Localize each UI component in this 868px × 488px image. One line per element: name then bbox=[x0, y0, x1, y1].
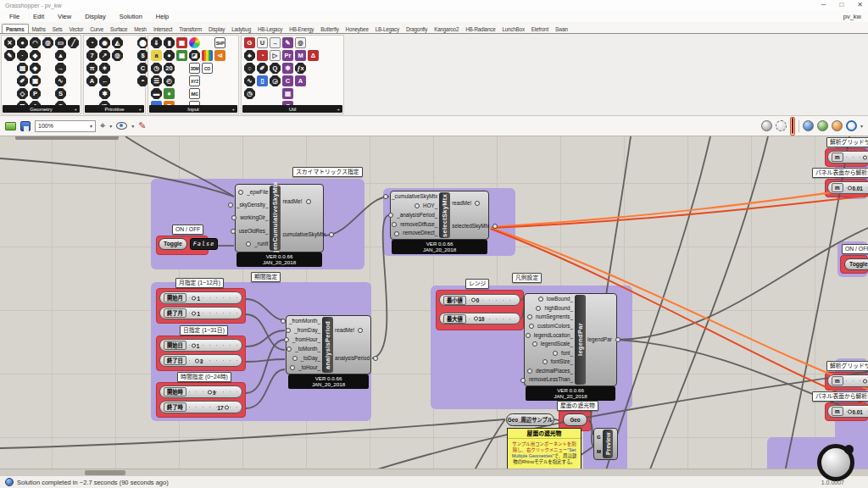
save-file-icon[interactable] bbox=[20, 121, 31, 131]
input-_skyDensity_[interactable]: _skyDensity_ bbox=[236, 202, 268, 208]
star-icon[interactable]: ✶ bbox=[99, 63, 110, 74]
relay-icon[interactable]: → bbox=[270, 37, 281, 48]
earth-icon[interactable]: ● bbox=[164, 88, 175, 99]
input-_toHour_[interactable]: _toHour_ bbox=[298, 365, 320, 370]
color-wheel-icon[interactable] bbox=[189, 37, 200, 48]
input-useOldRes_[interactable]: useOldRes_ bbox=[239, 229, 269, 234]
chevron-down-icon[interactable]: ▾ bbox=[131, 123, 134, 129]
input-removeDiffuse_[interactable]: removeDiffuse_ bbox=[400, 222, 437, 227]
input-geometry[interactable]: G bbox=[597, 435, 601, 440]
point-icon[interactable]: · bbox=[17, 50, 28, 61]
tab-display[interactable]: Display bbox=[205, 25, 228, 33]
window-controls[interactable]: ─□✕ bbox=[821, 1, 863, 8]
output-readMe![interactable]: readMe! bbox=[282, 199, 302, 204]
canvas-compass-widget[interactable] bbox=[817, 444, 854, 481]
menu-solution[interactable]: Solution bbox=[114, 12, 148, 21]
tab-swan[interactable]: Swan bbox=[552, 25, 571, 33]
output-cumulativeSkyMtx[interactable]: cumulativeSkyMtx bbox=[282, 232, 326, 237]
palette-bar-geometry[interactable]: Geometry+ bbox=[3, 105, 80, 113]
fx-icon[interactable]: ƒx bbox=[295, 63, 306, 74]
list-icon[interactable]: ☰ bbox=[151, 75, 162, 86]
input-_toMonth_[interactable]: _toMonth_ bbox=[295, 347, 320, 352]
slider-icon[interactable]: ◪ bbox=[189, 50, 200, 61]
slider-min[interactable]: 最小値 0 bbox=[439, 294, 520, 306]
menu-view[interactable]: View bbox=[52, 12, 77, 21]
a-icon[interactable]: A bbox=[295, 75, 306, 86]
stack-icon[interactable]: ▤ bbox=[282, 88, 293, 99]
pink-grid-icon[interactable]: ▩ bbox=[176, 37, 187, 48]
input-_analysisPeriod_[interactable]: _analysisPeriod_ bbox=[397, 213, 437, 218]
line-icon[interactable]: ╱ bbox=[68, 37, 79, 48]
output-readMe![interactable]: readMe! bbox=[335, 328, 354, 333]
palette-bar-primitive[interactable]: Primitive+ bbox=[85, 105, 144, 113]
abc-icon[interactable]: a bbox=[151, 50, 162, 61]
lasso-icon[interactable]: ○ bbox=[244, 63, 255, 74]
input-_fromMonth_[interactable]: _fromMonth_ bbox=[289, 319, 320, 324]
plane-icon[interactable]: ✐ bbox=[17, 75, 28, 86]
tab-elefront[interactable]: Elefront bbox=[528, 25, 552, 33]
wireframe-preview-icon[interactable] bbox=[776, 120, 787, 131]
input-numSegments_[interactable]: numSegments_ bbox=[536, 314, 573, 319]
slider-distance-bottom[interactable]: m 0.01 bbox=[827, 405, 868, 418]
boolean-toggle-right[interactable]: Toggle bbox=[844, 258, 868, 270]
slider-end-day[interactable]: 終了日 3 bbox=[159, 354, 242, 367]
component-legendpar[interactable]: lowBound_highBound_numSegments_customCol… bbox=[524, 293, 617, 386]
window-button--[interactable]: □ bbox=[839, 1, 843, 8]
geometry-icon[interactable]: ◆ bbox=[30, 50, 41, 61]
preview-green-icon[interactable] bbox=[817, 120, 828, 131]
input-removeLessThan_[interactable]: removeLessThan_ bbox=[529, 377, 573, 382]
tab-dragonfly[interactable]: Dragonfly bbox=[403, 25, 431, 33]
panel-icon[interactable]: ▬ bbox=[151, 88, 162, 99]
window-button--[interactable]: ─ bbox=[821, 1, 826, 8]
component-preview[interactable]: G M Preview bbox=[593, 428, 618, 460]
scrollbar-thumb[interactable] bbox=[85, 470, 125, 475]
target-icon[interactable]: ◎ bbox=[112, 50, 123, 61]
input-HOY_[interactable]: HOY_ bbox=[423, 203, 437, 208]
toggle-value[interactable]: False bbox=[190, 238, 218, 250]
grasshopper-canvas[interactable]: _epwFile_skyDensity_workingDir_useOldRes… bbox=[0, 136, 868, 476]
tab-intersect[interactable]: Intersect bbox=[150, 25, 175, 33]
mu-icon[interactable]: M bbox=[295, 50, 306, 61]
3dm-file-icon[interactable]: 3DM bbox=[189, 63, 200, 74]
rectangle-icon[interactable]: ▭ bbox=[55, 37, 66, 48]
vector-icon[interactable]: → bbox=[55, 63, 66, 74]
input-_fromDay_[interactable]: _fromDay_ bbox=[294, 328, 320, 333]
palette-bar-util[interactable]: Util+ bbox=[242, 105, 342, 113]
param-geo[interactable]: Geo bbox=[563, 413, 587, 426]
tab-vector[interactable]: Vector bbox=[66, 25, 87, 33]
no-preview-icon[interactable] bbox=[761, 120, 772, 131]
tab-honeybee[interactable]: Honeybee bbox=[342, 25, 372, 33]
brep-icon[interactable]: ▣ bbox=[30, 75, 41, 86]
gauge-icon[interactable]: ◔ bbox=[86, 37, 97, 48]
palette-bar-input[interactable]: Input+ bbox=[149, 105, 237, 113]
zoom-extents-icon[interactable]: ⌖ bbox=[100, 121, 105, 130]
tab-curve[interactable]: Curve bbox=[86, 25, 107, 33]
input-font_[interactable]: font_ bbox=[561, 351, 573, 356]
slider-start-month[interactable]: 開始月 1 bbox=[159, 291, 242, 304]
tab-hb-legacy[interactable]: HB-Legacy bbox=[254, 25, 286, 33]
battery-icon[interactable]: ▮ bbox=[164, 37, 175, 48]
slider-end-hour[interactable]: 終了時 17 bbox=[159, 401, 242, 413]
sketch-pen-icon[interactable]: ✎ bbox=[138, 120, 146, 131]
input-highBound_[interactable]: highBound_ bbox=[544, 306, 573, 311]
component-analysisperiod[interactable]: _fromMonth__fromDay__fromHour__toMonth__… bbox=[286, 315, 371, 374]
chevron-down-icon[interactable]: ▾ bbox=[860, 123, 863, 129]
q-icon[interactable]: Q bbox=[270, 63, 281, 74]
input-customColors_[interactable]: customColors_ bbox=[537, 324, 573, 329]
pencil2-icon[interactable]: ✐ bbox=[257, 63, 268, 74]
menu-file[interactable]: File bbox=[3, 12, 25, 21]
tab-kangaroo2[interactable]: Kangaroo2 bbox=[431, 25, 462, 33]
magnet-icon[interactable]: U bbox=[257, 37, 268, 48]
box-icon[interactable]: ✕ bbox=[4, 37, 15, 48]
tab-maths[interactable]: Maths bbox=[29, 25, 49, 33]
knob-icon[interactable]: ● bbox=[164, 50, 175, 61]
input-decimalPlaces_[interactable]: decimalPlaces_ bbox=[536, 369, 573, 374]
a3d-icon[interactable]: 20 bbox=[164, 63, 175, 74]
boolean-toggle[interactable]: Toggle False bbox=[159, 238, 218, 250]
shape-icon[interactable]: ◇ bbox=[17, 88, 28, 99]
tab-mesh[interactable]: Mesh bbox=[131, 25, 150, 33]
clock-icon[interactable]: ◴ bbox=[164, 75, 175, 86]
shp-file-icon[interactable]: SHP bbox=[214, 37, 225, 48]
preview-ring-icon[interactable] bbox=[846, 120, 857, 131]
component-selectskymtx[interactable]: _cumulativeSkyMtxHOY__analysisPeriod_rem… bbox=[390, 191, 489, 240]
